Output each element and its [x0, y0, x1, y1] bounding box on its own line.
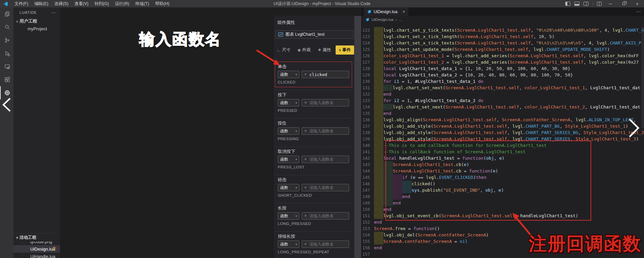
split-editor-icon[interactable] [340, 8, 345, 15]
file-item[interactable]: UiHandle.lua [13, 253, 60, 258]
event-type-select[interactable]: 函数▾ [278, 184, 299, 191]
activity-run-debug-icon[interactable] [0, 47, 13, 60]
activity-extensions-icon[interactable] [0, 73, 13, 86]
activity-explorer-icon[interactable] [0, 7, 13, 21]
close-icon[interactable]: × [403, 9, 405, 14]
event-function-input[interactable]: ×请输入函数名 [302, 212, 349, 220]
tab-uidesign-lua[interactable]: UiDesign.lua × [364, 7, 408, 16]
zoom-level: 88% [205, 16, 213, 25]
screen-preview[interactable]: 100806040200012345 [86, 29, 202, 212]
menu-item[interactable]: 查看(V) [71, 0, 91, 7]
property-tab[interactable]: ◉外观 [295, 45, 314, 55]
code-line: 146→→→→clicked() [362, 181, 644, 187]
event-type-select[interactable]: 函数▾ [278, 212, 299, 220]
breadcrumb[interactable]: UiDesign.lua › ... [362, 16, 644, 23]
close-icon[interactable]: × [109, 9, 112, 14]
chevron-down-icon: ▾ [296, 73, 297, 76]
clear-icon[interactable]: × [304, 185, 307, 190]
clear-icon[interactable]: × [304, 129, 307, 133]
event-type-label: 函数 [280, 185, 288, 191]
menu-item[interactable]: 编辑(E) [31, 0, 51, 7]
designer-canvas[interactable]: 100806040200012345 [60, 25, 273, 258]
event-function-value: 请输入函数名 [309, 157, 334, 162]
clear-icon[interactable]: × [304, 242, 307, 247]
menu-item[interactable]: 转到(G) [91, 0, 112, 7]
menu-item[interactable]: 运行(R) [112, 0, 132, 7]
activity-search-icon[interactable] [0, 21, 13, 34]
paste-button[interactable]: 粘贴 [120, 18, 140, 23]
activity-remote-explorer-icon[interactable] [0, 60, 13, 73]
event-label: 取消按下 [278, 149, 349, 154]
selected-widget-box[interactable]: 图表 LvglChart1_test [275, 30, 353, 39]
widget-properties-panel: 组件属性 图表 LvglChart1_test ∟尺寸◉外观❖属性ϟ事件 单击函… [273, 16, 362, 258]
active-project-header[interactable]: ∨ 活动工程 [13, 233, 60, 241]
chevron-down-icon: ▾ [296, 158, 297, 161]
tab-ui-designer[interactable]: ≣ UI设计器:UiDesign × [62, 7, 115, 16]
clear-icon[interactable]: × [304, 157, 307, 162]
chart-widget-preview[interactable] [96, 50, 201, 174]
event-function-input[interactable]: ×clicked [302, 71, 349, 78]
event-function-input[interactable]: ×请输入函数名 [302, 184, 349, 191]
activity-luatide-icon[interactable] [0, 86, 13, 99]
event-type-label: 函数 [280, 241, 288, 247]
toggle-secondary-sidebar-icon[interactable] [583, 2, 589, 6]
add-widget-button[interactable]: + 添加组件 [60, 18, 86, 23]
close-button[interactable]: × [631, 0, 644, 7]
menu-item[interactable]: 选择(S) [51, 0, 72, 7]
clear-icon[interactable]: × [304, 214, 307, 218]
clear-icon[interactable]: × [304, 72, 307, 77]
sidebar-item-myproject[interactable]: myProject [13, 25, 60, 32]
copy-button[interactable]: 复制 [100, 18, 120, 23]
clear-icon[interactable]: × [304, 100, 307, 105]
event-type-select[interactable]: 函数▾ [278, 127, 299, 135]
line-number: 147 [362, 187, 374, 193]
event-function-input[interactable]: ×请输入函数名 [302, 127, 349, 135]
line-chart [96, 50, 201, 174]
more-actions-icon[interactable]: ⋯ [349, 7, 354, 16]
delete-widget-button[interactable] [88, 18, 98, 23]
line-number: 123 [362, 33, 374, 40]
scrollbar[interactable] [641, 27, 644, 128]
menu-item[interactable]: 终端(T) [132, 0, 152, 7]
property-tab[interactable]: ❖属性 [315, 45, 334, 55]
delete-file-icon[interactable] [52, 246, 56, 252]
line-number: 136 [362, 117, 374, 123]
minimize-button[interactable] [604, 0, 617, 7]
panel-title: 组件属性 [277, 20, 295, 26]
code-line: 150→end [362, 206, 644, 213]
event-function-value: 请输入函数名 [309, 241, 334, 247]
more-actions-icon[interactable]: ⋯ [51, 10, 56, 15]
menu-item[interactable]: 文件(F) [11, 0, 31, 7]
toggle-panel-icon[interactable] [574, 2, 579, 6]
palette-icon: ◉ [298, 48, 301, 52]
more-actions-icon[interactable]: ⋯ [636, 7, 641, 16]
event-type-label: 函数 [280, 128, 288, 134]
y-tick-label: 80 [88, 74, 94, 77]
event-type-select[interactable]: 函数▾ [278, 156, 299, 163]
file-item[interactable]: UiDesign.lua [13, 245, 60, 253]
code-line: 130→for i1 = 1, #LvglChart1_test_data_1 … [362, 78, 644, 85]
event-type-select[interactable]: 函数▾ [278, 99, 299, 106]
code-line: 125→lvgl.chart_set_update_mode(ScreenA.L… [362, 46, 644, 53]
restore-button[interactable] [617, 0, 631, 7]
customize-layout-icon[interactable] [597, 2, 602, 6]
widget-tree-icon[interactable] [217, 18, 222, 24]
line-number: 140 [362, 142, 374, 149]
property-tab-label: 外观 [302, 47, 311, 53]
activity-source-control-icon[interactable] [0, 34, 13, 47]
event-function-input[interactable]: ×请输入函数名 [302, 240, 349, 248]
event-type-select[interactable]: 函数▾ [278, 71, 299, 78]
menu-item[interactable]: 帮助(H) [152, 0, 172, 7]
toggle-sidebar-icon[interactable] [565, 2, 570, 6]
layer-list-button[interactable] [142, 18, 152, 23]
code-area[interactable]: 122→lvgl.chart_set_y_tick_texts(ScreenA.… [362, 27, 644, 258]
event-function-input[interactable]: ×请输入函数名 [302, 156, 349, 163]
property-tab[interactable]: ∟尺寸 [274, 45, 293, 55]
event-type-select[interactable]: 函数▾ [278, 240, 299, 248]
property-tab[interactable]: ϟ事件 [336, 45, 354, 55]
sidebar-section-user-project[interactable]: ∨ 用户工程 [13, 18, 60, 25]
scrollbar[interactable] [354, 16, 361, 258]
line-number: 143 [362, 161, 374, 168]
chevron-down-icon: ▾ [296, 215, 297, 218]
event-function-input[interactable]: ×请输入函数名 [302, 99, 349, 106]
